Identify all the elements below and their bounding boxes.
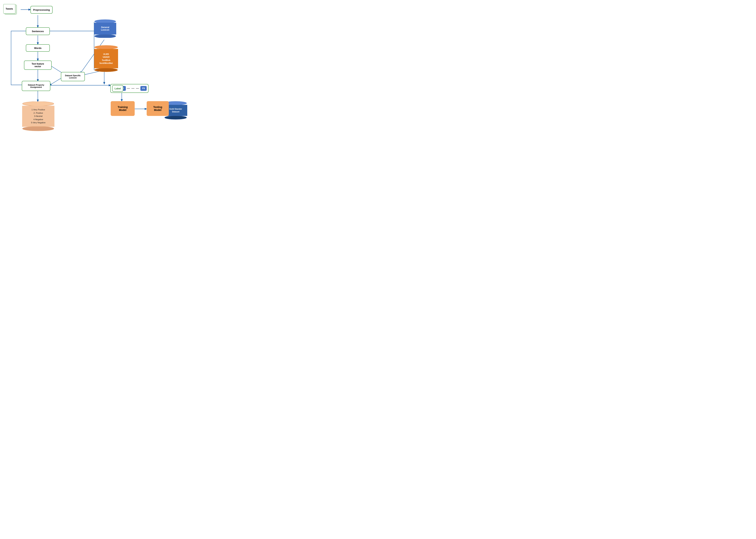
preprocessing-box: Preprocessing xyxy=(31,6,52,14)
label-box: Label xyxy=(112,85,123,92)
ulms-cyl-bottom xyxy=(94,68,118,72)
svg-point-24 xyxy=(165,116,187,119)
testing-model-box: Testing Model xyxy=(147,101,169,116)
svg-point-22 xyxy=(23,126,54,131)
svg-point-20 xyxy=(95,68,118,72)
peach-cyl-top xyxy=(22,102,54,106)
tweets-label: Tweets xyxy=(3,4,15,14)
tweets-stack: Tweets xyxy=(3,4,18,16)
ulms-cyl-top xyxy=(94,45,118,49)
cyl-top-ellipse xyxy=(94,19,116,23)
svg-point-19 xyxy=(95,45,118,49)
sentences-box: Sentences xyxy=(26,27,50,35)
general-lexicon-cylinder: General Lexicon xyxy=(94,19,116,38)
peach-cyl-bottom xyxy=(22,126,54,131)
ulms-cylinder: ULMS VADER TextBlob SentiWordNet xyxy=(94,45,118,72)
diagram: Tweets Preprocessing Sentences Words Tex… xyxy=(0,0,189,135)
cyl-bottom-ellipse xyxy=(94,34,116,38)
words-box: Words xyxy=(26,44,50,52)
gold-cyl-bottom xyxy=(164,116,187,119)
f9-box: F9 xyxy=(140,86,147,91)
peach-cylinder: 1-Very Positive 2- Positive 3-Neutral 4-… xyxy=(22,102,54,131)
text-feature-box: Text feature vector xyxy=(24,60,52,70)
svg-point-21 xyxy=(23,102,54,106)
svg-point-18 xyxy=(95,34,116,38)
training-model-box: Training Model xyxy=(111,101,135,116)
feature-dots: — — — xyxy=(127,87,139,90)
dataset-property-box: Dataset Property Assignment xyxy=(22,81,50,91)
dataset-specific-box: Dataset Specific Lexicon xyxy=(61,72,85,81)
feature-row: Label F1 F2 — — — F9 xyxy=(110,84,149,93)
